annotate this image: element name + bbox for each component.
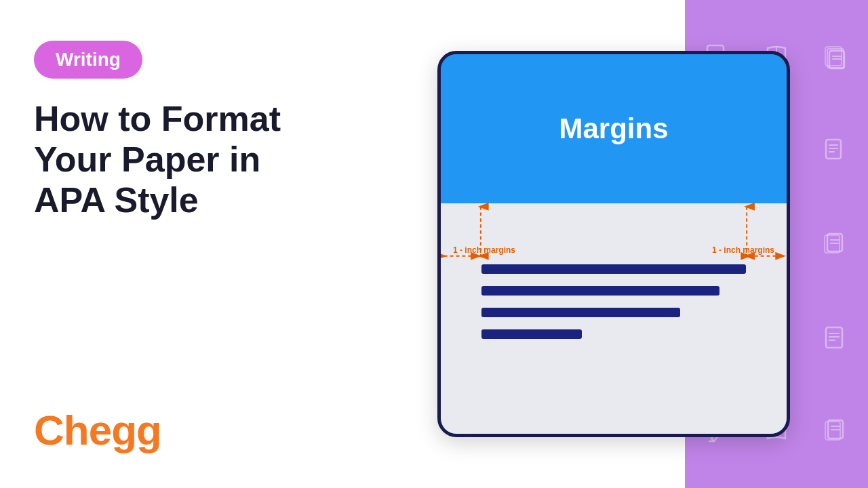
main-title: How to Format Your Paper in APA Style [34,99,400,220]
svg-rect-34 [829,336,840,338]
margin-label-right: 1 - inch margins [712,245,774,255]
document-body: 1 - inch margins 1 - inch margins [441,203,787,434]
margin-label-left: 1 - inch margins [453,245,515,255]
title-line3: APA Style [34,180,199,220]
doc-line-2 [481,286,719,296]
chegg-logo: Chegg [34,406,400,454]
svg-rect-42 [831,426,840,427]
icon-doc-2 [809,107,861,194]
writing-badge: Writing [34,41,142,79]
title-line2: Your Paper in [34,140,260,179]
icon-stack-2 [809,201,861,287]
title-line1: How to Format [34,99,281,138]
svg-rect-9 [832,58,842,60]
document-card: Margins [437,51,790,437]
left-content: Writing How to Format Your Paper in APA … [0,0,434,488]
margin-arrows-svg [441,203,787,434]
svg-rect-33 [829,333,840,334]
svg-rect-35 [829,340,835,341]
document-header: Margins [441,54,787,203]
doc-line-3 [481,308,680,317]
svg-rect-43 [831,429,840,430]
document-container: Margins [420,41,807,447]
svg-rect-26 [830,243,840,244]
icon-stack-1 [809,14,861,100]
svg-rect-18 [829,151,835,152]
svg-rect-8 [832,56,842,57]
margins-title: Margins [559,113,668,145]
doc-line-1 [481,264,746,274]
svg-rect-25 [830,239,840,241]
svg-rect-17 [829,148,838,149]
icon-lines-2 [809,294,861,381]
writing-badge-label: Writing [56,49,121,70]
doc-line-4 [481,329,582,339]
svg-rect-16 [829,144,838,146]
icon-stack-3 [809,388,861,474]
